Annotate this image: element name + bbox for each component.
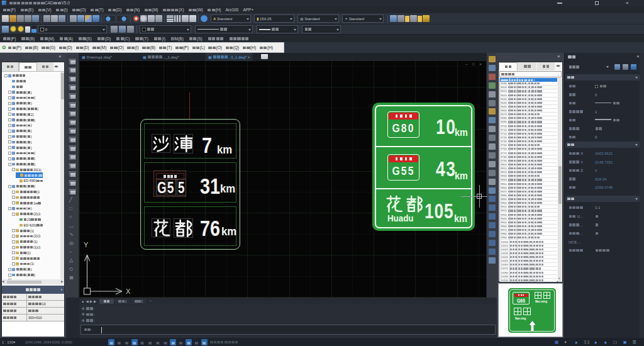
svg-text:X: X xyxy=(126,287,131,295)
svg-text:Y: Y xyxy=(84,241,89,248)
